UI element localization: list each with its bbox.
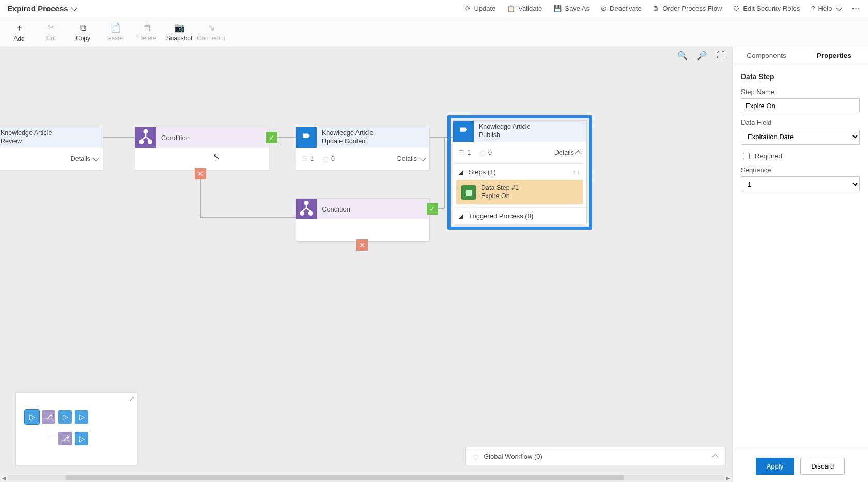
document-icon: 🗎 — [653, 5, 659, 12]
horizontal-scrollbar[interactable]: ◀ ▶ — [0, 474, 732, 482]
data-step-icon: ▤ — [461, 185, 476, 200]
spinner-icon: ◌ — [480, 149, 486, 157]
required-label: Required — [755, 152, 782, 160]
panel-footer: Apply Discard — [733, 450, 868, 482]
properties-panel: Components Properties Data Step Step Nam… — [732, 47, 868, 482]
count-value: 0 — [488, 149, 492, 156]
save-as-button[interactable]: 💾Save As — [553, 5, 590, 12]
condition-2[interactable]: Condition — [296, 198, 430, 242]
details-toggle[interactable]: Details — [397, 155, 424, 162]
count-value: 0 — [331, 155, 335, 162]
stage-title-2: Review — [1, 138, 52, 146]
flag-icon — [458, 126, 469, 137]
minimap-node: ▷ — [75, 410, 88, 424]
condition-label: Condition — [322, 205, 350, 213]
step-subtitle: Expire On — [481, 192, 519, 201]
condition-true-badge: ✓ — [266, 132, 277, 143]
trash-icon: 🗑 — [143, 23, 152, 33]
minimap-node: ▷ — [75, 432, 88, 445]
snapshot-label: Snapshot — [166, 35, 193, 42]
add-label: Add — [13, 35, 24, 42]
minimap[interactable]: ⤢ ▷ ⎇ ▷ ▷ ⎇ ▷ — [16, 392, 137, 465]
global-workflow-bar[interactable]: ◌ Global Workflow (0) — [465, 447, 726, 465]
data-field-select[interactable]: Expiration Date — [741, 129, 860, 145]
required-checkbox[interactable] — [743, 153, 750, 159]
stage-title-1: Knowledge Article — [1, 129, 52, 138]
triggered-header-label: Triggered Process (0) — [469, 212, 533, 220]
sequence-select[interactable]: 1 — [741, 176, 860, 192]
deactivate-icon: ⊘ — [601, 5, 607, 12]
count-value: 1 — [467, 149, 471, 156]
branch-icon — [296, 199, 317, 219]
add-button[interactable]: ＋Add — [5, 19, 33, 45]
details-label: Details — [554, 149, 574, 156]
stage-review[interactable]: Knowledge ArticleReview ◌0 Details — [0, 127, 103, 170]
process-title-text: Expired Process — [7, 4, 68, 13]
fit-screen-button[interactable]: ⛶ — [717, 51, 725, 61]
step-name-label: Step Name — [741, 88, 860, 96]
chevron-down-icon — [836, 4, 843, 11]
data-step-item[interactable]: ▤ Data Step #1Expire On — [456, 180, 583, 204]
paste-label: Paste — [107, 35, 123, 42]
tab-properties[interactable]: Properties — [800, 47, 868, 65]
order-flow-label: Order Process Flow — [662, 5, 722, 12]
canvas-view-controls: 🔍 🔎 ⛶ — [677, 51, 725, 61]
reorder-arrows[interactable]: ↑↓ — [572, 168, 581, 176]
connector-label: Connector — [197, 35, 225, 42]
condition-label: Condition — [161, 134, 190, 142]
scroll-left-button[interactable]: ◀ — [0, 475, 8, 481]
snapshot-button[interactable]: 📷Snapshot — [165, 19, 193, 45]
connector-button: ↘Connector — [197, 19, 225, 45]
details-toggle[interactable]: Details — [554, 149, 581, 156]
help-button[interactable]: ?Help — [811, 5, 841, 12]
delete-button: 🗑Delete — [133, 19, 161, 45]
process-title-dropdown[interactable]: Expired Process — [7, 4, 76, 13]
flag-icon — [301, 132, 312, 143]
condition-1[interactable]: Condition — [135, 127, 269, 170]
chevron-down-icon — [420, 155, 426, 161]
canvas[interactable]: 🔍 🔎 ⛶ Knowledge ArticleReview ◌0 Details — [0, 47, 732, 482]
deactivate-button[interactable]: ⊘Deactivate — [601, 5, 641, 12]
update-button[interactable]: ⟳Update — [465, 5, 495, 12]
condition-true-badge: ✓ — [427, 203, 438, 215]
scroll-thumb[interactable] — [66, 475, 624, 480]
stage-update-content[interactable]: Knowledge ArticleUpdate Content ☰1 ◌0 De… — [296, 127, 430, 170]
apply-button[interactable]: Apply — [756, 458, 795, 475]
command-bar: ⟳Update 📋Validate 💾Save As ⊘Deactivate 🗎… — [465, 5, 861, 12]
scroll-track[interactable] — [8, 475, 724, 480]
stage-title-2: Publish — [479, 131, 530, 140]
tab-components[interactable]: Components — [733, 47, 800, 65]
minimap-node: ⎇ — [42, 410, 55, 424]
panel-tabs: Components Properties — [733, 47, 868, 65]
more-commands-button[interactable]: ··· — [852, 5, 861, 12]
steps-section-header[interactable]: ◢ Steps (1) ↑↓ — [453, 163, 586, 180]
sequence-label: Sequence — [741, 166, 860, 174]
discard-button[interactable]: Discard — [800, 458, 845, 475]
camera-icon: 📷 — [174, 22, 185, 33]
chevron-down-icon — [71, 4, 78, 11]
cut-button: ✂Cut — [37, 19, 65, 45]
zoom-in-button[interactable]: 🔍 — [677, 51, 688, 61]
data-field-label: Data Field — [741, 118, 860, 126]
stage-publish-selected-wrapper: Knowledge ArticlePublish ☰1 ◌0 Details ◢… — [447, 115, 592, 230]
details-label: Details — [71, 155, 90, 162]
roles-icon: 🛡 — [733, 5, 740, 12]
copy-button[interactable]: ⧉Copy — [69, 19, 97, 45]
scroll-right-button[interactable]: ▶ — [724, 475, 732, 481]
stage-publish[interactable]: Knowledge ArticlePublish ☰1 ◌0 Details ◢… — [453, 120, 587, 224]
chevron-up-icon — [575, 150, 582, 157]
list-icon: ☰ — [301, 155, 307, 163]
refresh-icon: ⟳ — [465, 5, 471, 12]
help-icon: ? — [811, 5, 815, 12]
edit-security-roles-button[interactable]: 🛡Edit Security Roles — [733, 5, 800, 12]
validate-button[interactable]: 📋Validate — [507, 5, 542, 12]
list-icon: ☰ — [458, 149, 464, 157]
zoom-out-button[interactable]: 🔎 — [697, 51, 707, 61]
order-process-flow-button[interactable]: 🗎Order Process Flow — [653, 5, 722, 12]
triggered-process-section-header[interactable]: ◢ Triggered Process (0) — [453, 207, 586, 224]
minimap-node: ▷ — [58, 410, 72, 424]
minimap-expand-button[interactable]: ⤢ — [129, 395, 135, 403]
details-toggle[interactable]: Details — [71, 155, 98, 162]
branch-icon — [135, 127, 156, 148]
step-name-input[interactable] — [741, 98, 860, 113]
